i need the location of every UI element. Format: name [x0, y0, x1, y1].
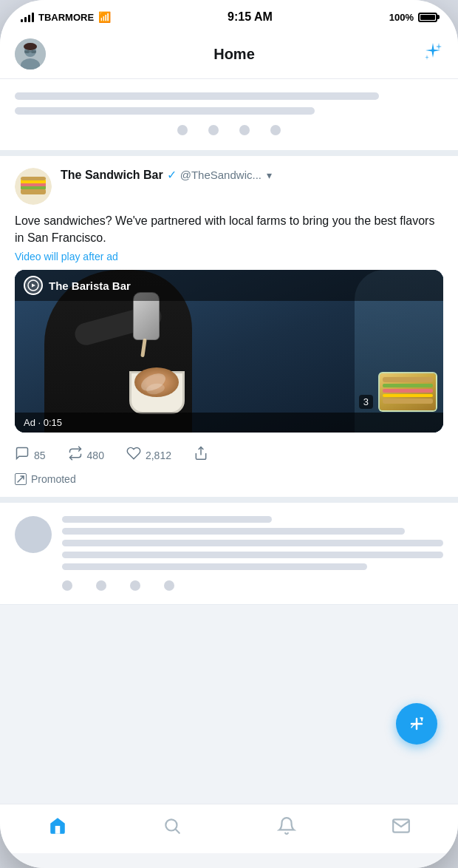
comment-action[interactable]: 85 — [15, 446, 46, 464]
retweet-action[interactable]: 480 — [68, 446, 104, 464]
sk-dot-a — [62, 580, 72, 591]
like-icon — [126, 446, 141, 464]
tweet-meta: The Sandwich Bar ✓ @TheSandwic... ▾ — [61, 168, 443, 182]
like-action[interactable]: 2,812 — [126, 446, 171, 464]
ad-badge: Ad · 0:15 — [24, 417, 62, 428]
main-content: The Sandwich Bar ✓ @TheSandwic... ▾ Love… — [0, 79, 458, 804]
sk-dot-c — [130, 580, 140, 591]
video-main: The Barista Bar Ad · 0:15 3 — [15, 270, 443, 433]
video-bottom-bar: Ad · 0:15 — [15, 413, 443, 433]
tweet-card: The Sandwich Bar ✓ @TheSandwic... ▾ Love… — [0, 156, 458, 503]
tweet-text: Love sandwiches? We've partnered with lo… — [15, 212, 443, 246]
home-icon — [48, 816, 67, 835]
sparkle-icon[interactable] — [423, 41, 443, 67]
promoted-row: Promoted — [15, 473, 443, 485]
app-header: Home — [0, 30, 458, 79]
comment-count: 85 — [34, 450, 46, 461]
sk-dot-d — [164, 580, 174, 591]
share-icon — [194, 446, 208, 464]
tweet-handle: @TheSandwic... — [180, 169, 262, 181]
skeleton-post-top — [0, 79, 458, 156]
skeleton-post-2 — [0, 503, 458, 605]
video-card[interactable]: The Barista Bar Ad · 0:15 3 — [15, 270, 443, 433]
retweet-count: 480 — [87, 450, 104, 461]
nav-notifications[interactable] — [262, 813, 311, 838]
thumbnail-corner — [378, 372, 437, 412]
battery-icon — [418, 13, 437, 22]
svg-point-17 — [165, 819, 177, 830]
retweet-icon — [68, 446, 83, 464]
status-left: TBARMORE 📶 — [21, 11, 111, 23]
promoted-label: Promoted — [31, 473, 76, 485]
sk-line-c — [62, 540, 443, 546]
nav-search[interactable] — [148, 813, 196, 838]
user-avatar[interactable] — [15, 38, 46, 69]
status-bar: TBARMORE 📶 9:15 AM 100% — [0, 0, 458, 30]
sk-dot-b — [96, 580, 106, 591]
page-title: Home — [213, 46, 255, 63]
sk-line-e — [62, 563, 367, 570]
share-action[interactable] — [194, 446, 208, 464]
verified-badge: ✓ — [167, 168, 177, 182]
sk-line-b — [62, 528, 405, 535]
skeleton-dots — [15, 125, 443, 138]
svg-rect-3 — [24, 50, 30, 53]
skeleton-dot-2 — [208, 125, 219, 135]
battery-label: 100% — [389, 12, 414, 23]
svg-point-6 — [24, 43, 37, 50]
skeleton-line-1 — [15, 92, 379, 100]
skeleton-dots-row-2 — [62, 580, 443, 591]
video-channel-name: The Barista Bar — [49, 279, 131, 292]
nav-messages[interactable] — [377, 813, 425, 838]
tweet-name: The Sandwich Bar — [61, 169, 163, 182]
mail-icon — [392, 816, 411, 835]
phone-frame: TBARMORE 📶 9:15 AM 100% Ho — [0, 0, 458, 868]
skeleton-dot-3 — [239, 125, 250, 135]
video-logo-circle — [24, 276, 43, 295]
like-count: 2,812 — [146, 450, 171, 461]
svg-rect-12 — [21, 177, 46, 180]
tweet-name-row: The Sandwich Bar ✓ @TheSandwic... ▾ — [61, 168, 443, 182]
skeleton-dot-1 — [177, 125, 188, 135]
carrier-label: TBARMORE — [38, 12, 94, 23]
sk-line-a — [62, 516, 272, 523]
comment-icon — [15, 446, 30, 464]
video-number-badge: 3 — [359, 395, 373, 409]
skeleton-avatar — [15, 516, 52, 553]
skeleton-dot-4 — [270, 125, 281, 135]
skeleton-line-2 — [15, 107, 315, 115]
tweet-header: The Sandwich Bar ✓ @TheSandwic... ▾ — [15, 168, 443, 205]
bottom-nav — [0, 804, 458, 853]
nav-home[interactable] — [33, 813, 82, 838]
svg-rect-8 — [21, 189, 46, 194]
signal-icon — [21, 12, 34, 22]
video-overlay-bar: The Barista Bar — [15, 270, 443, 301]
tweet-avatar[interactable] — [15, 168, 52, 205]
search-icon — [163, 816, 182, 835]
status-time: 9:15 AM — [228, 10, 273, 24]
sandwich-thumbnail — [380, 373, 436, 410]
promoted-icon — [15, 473, 27, 485]
svg-line-18 — [176, 830, 180, 833]
status-right: 100% — [389, 12, 437, 23]
tweet-actions: 85 480 — [15, 443, 443, 467]
wifi-icon: 📶 — [98, 11, 111, 23]
skeleton-post-lines — [62, 516, 443, 591]
sk-line-d — [62, 552, 443, 558]
phone-bottom-bar — [0, 853, 458, 868]
video-note: Video will play after ad — [15, 251, 443, 262]
svg-rect-4 — [31, 50, 36, 53]
dropdown-icon[interactable]: ▾ — [267, 169, 272, 181]
bell-icon — [277, 816, 296, 835]
compose-button[interactable] — [396, 703, 437, 745]
